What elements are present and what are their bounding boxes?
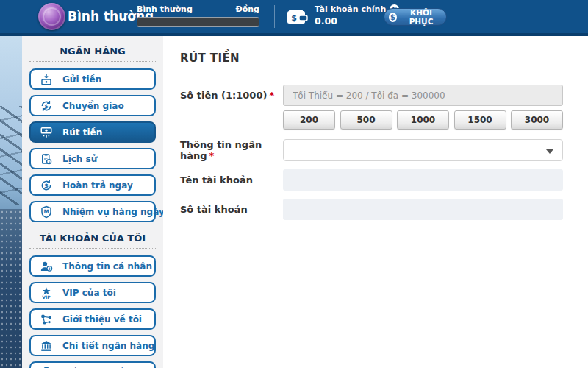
sidebar-item-label: Chi tiết ngân hàng [62, 341, 154, 351]
sidebar-item-label: Lịch sử [62, 154, 97, 164]
app-window: Bình thường Bình thường Đồng $ Tài khoản… [0, 0, 588, 368]
svg-text:VIP: VIP [42, 294, 51, 299]
sidebar: NGÂN HÀNG Gửi tiền $ Chuyển giao Rút tiề… [22, 36, 163, 368]
personal-info-icon: i [39, 259, 54, 274]
referral-icon [39, 312, 54, 327]
svg-text:$: $ [291, 13, 297, 23]
sidebar-section-banking: NGÂN HÀNG [29, 40, 156, 62]
sidebar-item-label: Giới thiệu về tôi [62, 314, 142, 325]
vip-icon: VIP [39, 286, 54, 300]
page-title: RÚT TIỀN [180, 52, 563, 65]
sidebar-item-label: Thông tin cá nhân [62, 261, 152, 272]
sidebar-item-label: VIP của tôi [62, 288, 116, 298]
account-number-row: Số tài khoản [180, 199, 563, 220]
sidebar-item-daily-mission[interactable]: M Nhiệm vụ hàng ngày [29, 201, 156, 222]
currency-label: Đồng [236, 4, 259, 14]
bank-info-label: Thông tin ngân hàng* [180, 139, 283, 161]
transfer-icon: $ [39, 99, 54, 113]
sidebar-item-label: Gửi tiền [62, 74, 101, 85]
amount-label: Số tiền (1:1000)* [180, 90, 283, 101]
bank-details-icon [39, 339, 54, 353]
rebate-icon: $ [39, 178, 54, 193]
header-divider [274, 5, 275, 28]
change-password-icon [39, 365, 54, 368]
sidebar-item-label: Nhiệm vụ hàng ngày [62, 207, 165, 217]
restore-button-label: KHÔI PHỤC [401, 8, 442, 26]
sidebar-item-label: Hoàn trả ngay [62, 180, 133, 191]
account-name-row: Tên tài khoản [180, 169, 563, 191]
required-asterisk: * [209, 150, 215, 161]
required-asterisk: * [269, 90, 274, 101]
brand-logo-icon [38, 3, 65, 30]
account-name-label: Tên tài khoản [180, 174, 283, 185]
svg-text:i: i [49, 266, 50, 270]
sidebar-item-personal-info[interactable]: i Thông tin cá nhân [29, 255, 156, 277]
sidebar-section-my-account: TÀI KHOẢN CỦA TÔI [29, 227, 156, 249]
sidebar-item-transfer[interactable]: $ Chuyển giao [29, 95, 156, 116]
amount-row: Số tiền (1:1000)* [180, 85, 563, 106]
wallet-icon: $ [287, 9, 309, 25]
account-name-field [283, 169, 563, 191]
quick-amount-button-1500[interactable]: 1500 [454, 110, 506, 130]
sidebar-item-bank-details[interactable]: Chi tiết ngân hàng [29, 335, 156, 356]
sidebar-item-vip[interactable]: VIP VIP của tôi [29, 282, 156, 303]
sidebar-item-deposit[interactable]: Gửi tiền [29, 68, 156, 90]
withdraw-panel: RÚT TIỀN Số tiền (1:1000)* 200 500 1000 … [163, 36, 588, 368]
bank-info-row: Thông tin ngân hàng* [180, 139, 563, 161]
level-progress: Bình thường Đồng [137, 4, 259, 27]
quick-amount-button-500[interactable]: 500 [340, 110, 392, 130]
quick-amount-button-3000[interactable]: 3000 [511, 110, 563, 130]
level-label: Bình thường [137, 4, 193, 14]
main-account-label: Tài khoản chính [315, 4, 386, 14]
page-body: NGÂN HÀNG Gửi tiền $ Chuyển giao Rút tiề… [0, 36, 588, 368]
amount-input[interactable] [283, 85, 563, 106]
quick-amount-button-1000[interactable]: 1000 [397, 110, 449, 130]
withdraw-icon [39, 125, 54, 140]
quick-amount-button-200[interactable]: 200 [283, 110, 335, 130]
bank-select[interactable] [283, 139, 563, 161]
sidebar-item-withdraw[interactable]: Rút tiền [29, 121, 156, 143]
daily-mission-icon: M [39, 205, 54, 219]
chevron-down-icon [546, 149, 553, 154]
stadium-background-image [0, 36, 22, 368]
deposit-icon [39, 72, 54, 87]
sidebar-item-label: Rút tiền [62, 127, 102, 138]
top-bar: Bình thường Bình thường Đồng $ Tài khoản… [0, 0, 588, 36]
quick-amount-row: 200 500 1000 1500 3000 [180, 110, 563, 130]
level-progress-bar [137, 17, 259, 27]
sidebar-item-history[interactable]: Lịch sử [29, 148, 156, 169]
restore-button[interactable]: $ KHÔI PHỤC [384, 8, 447, 26]
svg-text:$: $ [44, 102, 48, 109]
sidebar-item-change-password[interactable]: Đổi mật khẩu [29, 361, 156, 368]
svg-text:M: M [43, 208, 49, 215]
sidebar-item-referral[interactable]: Giới thiệu về tôi [29, 308, 156, 330]
svg-text:$: $ [44, 182, 48, 188]
account-number-field [283, 199, 563, 220]
sidebar-item-label: Chuyển giao [62, 101, 124, 111]
account-number-label: Số tài khoản [180, 204, 283, 215]
sidebar-item-rebate[interactable]: $ Hoàn trả ngay [29, 174, 156, 196]
coin-icon: $ [389, 13, 397, 22]
history-icon [39, 152, 54, 166]
